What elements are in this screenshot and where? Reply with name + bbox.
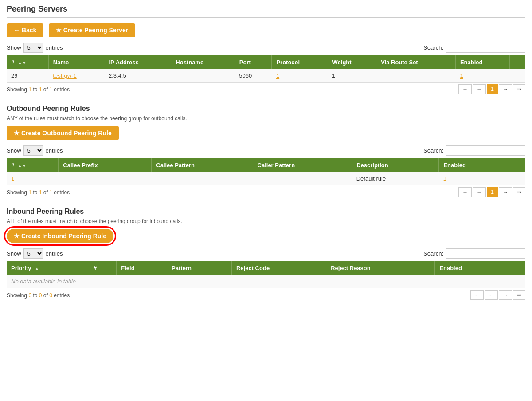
outbound-table-header: # ▲▼ Callee Prefix Callee Pattern Caller…	[7, 158, 525, 172]
search-label-2: Search:	[423, 147, 443, 154]
in-page-last[interactable]: ⇒	[513, 290, 525, 300]
inbound-pagination: ← ← → ⇒	[470, 290, 525, 300]
cell-id: 29	[7, 69, 48, 83]
outbound-pagination: ← ← 1 → ⇒	[458, 187, 525, 197]
table-row: 29 test-gw-1 2.3.4.5 5060 1 1 1	[7, 69, 525, 83]
outbound-section-title: Outbound Peering Rules	[7, 105, 525, 113]
out-col-id[interactable]: # ▲▼	[7, 158, 59, 172]
out-showing-from: 1	[28, 189, 31, 196]
outbound-search-input[interactable]	[446, 145, 525, 156]
out-col-description[interactable]: Description	[352, 158, 439, 172]
in-col-reject-reason[interactable]: Reject Reason	[326, 261, 435, 275]
out-cell-enabled: 1	[439, 172, 506, 185]
col-ip[interactable]: IP Address	[104, 55, 171, 69]
col-hostname[interactable]: Hostname	[171, 55, 235, 69]
show-label: Show	[7, 44, 21, 51]
outbound-section: Outbound Peering Rules ANY of the rules …	[7, 105, 525, 200]
col-protocol[interactable]: Protocol	[272, 55, 328, 69]
outbound-entries-select[interactable]: 5102550	[23, 145, 43, 156]
protocol-link[interactable]: 1	[276, 72, 279, 79]
in-col-priority[interactable]: Priority ▲	[7, 261, 89, 275]
showing-to: 1	[39, 86, 42, 93]
peering-servers-table: # ▲▼ Name IP Address Hostname Port Proto…	[7, 55, 525, 83]
showing-total: 1	[49, 86, 52, 93]
create-peering-server-button[interactable]: ★ Create Peering Server	[49, 23, 135, 37]
in-showing-total: 0	[49, 292, 52, 299]
out-showing-total: 1	[49, 189, 52, 196]
in-page-next[interactable]: →	[499, 290, 512, 300]
out-col-caller-pattern[interactable]: Caller Pattern	[253, 158, 352, 172]
col-name[interactable]: Name	[48, 55, 104, 69]
out-col-actions	[506, 158, 525, 172]
col-enabled[interactable]: Enabled	[455, 55, 509, 69]
in-page-prev[interactable]: ←	[485, 290, 498, 300]
cell-row-actions	[510, 69, 525, 83]
out-showing-to: 1	[39, 189, 42, 196]
out-col-callee-pattern[interactable]: Callee Pattern	[152, 158, 253, 172]
inbound-btn-row: ★ Create Inbound Peering Rule	[7, 229, 525, 243]
table-row-no-data: No data available in table	[7, 275, 525, 288]
create-inbound-rule-button[interactable]: ★ Create Inbound Peering Rule	[7, 229, 113, 243]
outbound-section-desc: ANY of the rules must match to choose th…	[7, 115, 525, 122]
in-showing-from: 0	[28, 292, 31, 299]
out-enabled-link[interactable]: 1	[443, 175, 446, 182]
peering-entries-select[interactable]: 5102550	[23, 43, 43, 53]
out-page-1[interactable]: 1	[487, 187, 498, 197]
cell-weight: 1	[328, 69, 376, 83]
search-label-3: Search:	[423, 250, 443, 257]
peering-search-bar: Search:	[423, 43, 525, 53]
peering-search-input[interactable]	[446, 43, 525, 53]
peering-showing-info: Showing 1 to 1 of 1 entries	[7, 86, 70, 93]
out-page-first[interactable]: ←	[458, 187, 472, 197]
inbound-section: Inbound Peering Rules ALL of the rules m…	[7, 208, 525, 303]
peering-pagination: ← ← 1 → ⇒	[458, 84, 525, 94]
col-port[interactable]: Port	[235, 55, 272, 69]
top-button-row: ← Back ★ Create Peering Server	[7, 23, 525, 37]
out-col-callee-prefix[interactable]: Callee Prefix	[59, 158, 152, 172]
out-page-last[interactable]: ⇒	[513, 187, 525, 197]
show-label-3: Show	[7, 250, 21, 257]
cell-protocol: 1	[272, 69, 328, 83]
inbound-show-entries: Show 5102550 entries	[7, 248, 63, 259]
col-actions	[510, 55, 525, 69]
page-1[interactable]: 1	[487, 84, 498, 94]
col-id[interactable]: # ▲▼	[7, 55, 48, 69]
out-id-link[interactable]: 1	[11, 175, 14, 182]
cell-hostname	[171, 69, 235, 83]
out-col-enabled[interactable]: Enabled	[439, 158, 506, 172]
page-prev[interactable]: ←	[473, 84, 486, 94]
inbound-showing-info: Showing 0 to 0 of 0 entries	[7, 292, 70, 299]
inbound-search-bar: Search:	[423, 248, 525, 259]
name-link[interactable]: test-gw-1	[53, 72, 76, 79]
out-page-next[interactable]: →	[499, 187, 512, 197]
out-cell-callee-pattern	[152, 172, 253, 185]
page-next[interactable]: →	[499, 84, 512, 94]
page-first[interactable]: ←	[458, 84, 472, 94]
in-col-enabled[interactable]: Enabled	[435, 261, 505, 275]
out-cell-id: 1	[7, 172, 59, 185]
enabled-link[interactable]: 1	[460, 72, 463, 79]
inbound-section-title: Inbound Peering Rules	[7, 208, 525, 216]
in-col-pattern[interactable]: Pattern	[167, 261, 232, 275]
col-weight[interactable]: Weight	[328, 55, 376, 69]
peering-table-header: # ▲▼ Name IP Address Hostname Port Proto…	[7, 55, 525, 69]
search-label: Search:	[423, 44, 443, 51]
create-outbound-rule-button[interactable]: ★ Create Outbound Peering Rule	[7, 126, 119, 140]
inbound-search-input[interactable]	[446, 248, 525, 259]
inbound-controls: Show 5102550 entries Search:	[7, 248, 525, 259]
in-col-field[interactable]: Field	[117, 261, 167, 275]
inbound-entries-select[interactable]: 5102550	[23, 248, 43, 259]
out-page-prev[interactable]: ←	[473, 187, 486, 197]
in-col-id[interactable]: #	[89, 261, 117, 275]
col-via-route-set[interactable]: Via Route Set	[376, 55, 456, 69]
inbound-table-header: Priority ▲ # Field Pattern Reject Code R…	[7, 261, 525, 275]
peering-show-entries: Show 5102550 entries	[7, 43, 63, 53]
page-last[interactable]: ⇒	[513, 84, 525, 94]
outbound-rules-table: # ▲▼ Callee Prefix Callee Pattern Caller…	[7, 158, 525, 185]
in-page-first[interactable]: ←	[470, 290, 484, 300]
cell-name: test-gw-1	[48, 69, 104, 83]
show-label-2: Show	[7, 147, 21, 154]
in-col-reject-code[interactable]: Reject Code	[231, 261, 326, 275]
peering-servers-section: Show 5102550 entries Search: # ▲▼ Name I…	[7, 43, 525, 97]
back-button[interactable]: ← Back	[7, 23, 43, 37]
